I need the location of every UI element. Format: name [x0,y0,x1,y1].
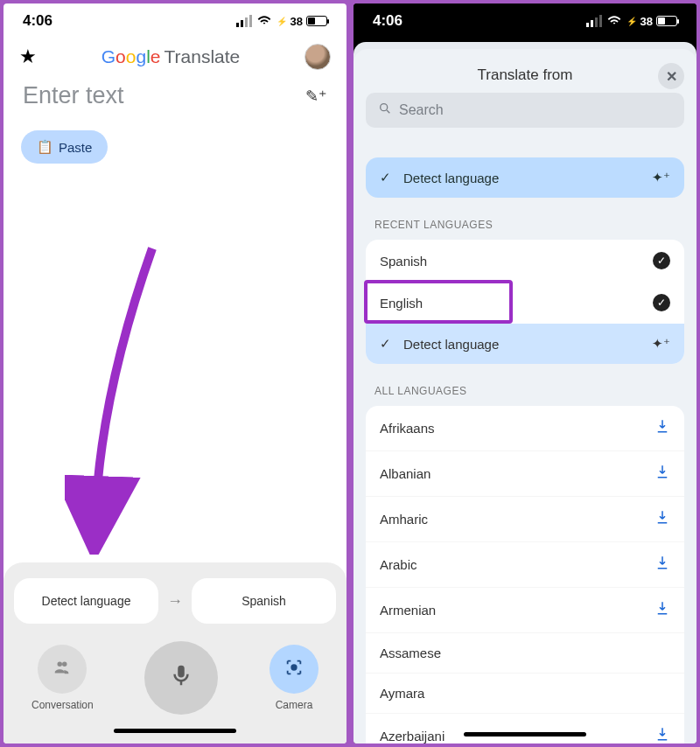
language-name: Arabic [380,557,417,572]
language-name: Assamese [380,646,441,660]
star-icon[interactable]: ★ [19,45,37,68]
screenshot-left: 4:06 ⚡ 38 ★ Google Translate Enter text … [4,3,346,744]
annotation-arrow [65,240,178,555]
sparkle-icon: ✦⁺ [652,170,670,185]
language-row[interactable]: Amharic [366,496,684,541]
app-title: Google Translate [102,46,241,67]
status-bar: 4:06 ⚡ 38 [354,3,696,38]
camera-label: Camera [276,699,313,711]
close-icon: ✕ [666,68,677,85]
google-logo: Google [102,46,161,67]
charging-icon: ⚡ [276,17,287,26]
screenshot-right: 4:06 ⚡ 38 Translate from ✕ Search [354,3,696,744]
status-indicators: ⚡ 38 [236,15,327,28]
language-name: Detect language [403,337,499,352]
search-placeholder: Search [399,102,444,118]
language-name: Armenian [380,603,436,618]
mic-icon [168,662,194,695]
recent-header: RECENT LANGUAGES [354,198,696,240]
download-icon[interactable] [654,726,670,744]
download-icon[interactable] [654,555,670,575]
recent-languages-list: Spanish✓English✓✓Detect language✦⁺ [366,240,684,364]
language-picker-sheet: Translate from ✕ Search ✓ Detect languag… [354,49,696,744]
language-row[interactable]: Albanian [366,450,684,496]
close-button[interactable]: ✕ [658,63,684,89]
search-icon [378,101,392,119]
avatar[interactable] [304,44,331,70]
paste-label: Paste [59,140,92,155]
battery-pct: 38 [640,15,653,28]
charging-icon: ⚡ [626,17,637,26]
download-icon[interactable] [654,464,670,484]
action-row: Conversation Camera [14,624,336,720]
handwriting-icon[interactable]: ✎⁺ [305,87,327,106]
language-row[interactable]: Assamese [366,632,684,673]
bottom-panel: Detect language → Spanish Conversation [4,562,346,744]
conversation-action: Conversation [32,645,94,711]
home-indicator [464,732,586,737]
downloaded-icon: ✓ [653,252,670,269]
signal-icon [236,15,252,27]
language-name: Azerbaijani [380,729,444,744]
svg-point-1 [381,104,388,111]
mic-button[interactable] [144,641,218,715]
language-name: Amharic [380,512,428,527]
all-header: ALL LANGUAGES [354,364,696,406]
text-input[interactable]: Enter text [23,82,124,109]
wifi-icon [257,15,271,28]
battery-icon [656,16,677,26]
text-entry-row: Enter text ✎⁺ [4,73,346,115]
home-indicator [114,729,236,733]
detect-label: Detect language [403,171,499,185]
battery-indicator: ⚡ 38 [276,15,327,28]
recent-language-row[interactable]: ✓Detect language✦⁺ [366,324,684,364]
source-lang-button[interactable]: Detect language [14,578,158,624]
language-row: Detect language → Spanish [14,578,336,624]
camera-action: Camera [270,645,318,711]
language-row[interactable]: Armenian [366,587,684,632]
recent-language-row[interactable]: English✓ [366,282,684,324]
status-bar: 4:06 ⚡ 38 [4,3,346,38]
app-header: ★ Google Translate [4,38,346,73]
status-indicators: ⚡ 38 [586,15,677,28]
camera-icon [284,658,304,681]
language-row[interactable]: Arabic [366,541,684,587]
check-icon: ✓ [380,170,391,185]
detect-language-option[interactable]: ✓ Detect language ✦⁺ [366,157,684,198]
language-name: Aymara [380,686,424,701]
sheet-title: Translate from [478,66,573,84]
language-row[interactable]: Azerbaijani [366,713,684,744]
wifi-icon [607,15,621,28]
language-name: English [380,296,423,311]
brand-suffix: Translate [164,46,241,67]
downloaded-icon: ✓ [653,294,670,311]
battery-pct: 38 [290,15,303,28]
camera-button[interactable] [270,645,318,694]
download-icon[interactable] [654,600,670,620]
target-lang-button[interactable]: Spanish [192,578,336,624]
signal-icon [586,15,602,27]
status-time: 4:06 [23,12,52,30]
download-icon[interactable] [654,418,670,438]
language-name: Albanian [380,466,430,481]
all-languages-list: AfrikaansAlbanianAmharicArabicArmenianAs… [366,406,684,744]
swap-icon[interactable]: → [167,592,183,611]
status-time: 4:06 [373,12,402,30]
conversation-button[interactable] [38,645,87,694]
download-icon[interactable] [654,509,670,529]
battery-icon [306,16,327,26]
language-row[interactable]: Afrikaans [366,406,684,450]
paste-button[interactable]: 📋 Paste [21,130,108,164]
people-icon [52,658,72,681]
paste-icon: 📋 [37,139,53,155]
conversation-label: Conversation [32,699,94,711]
language-name: Spanish [380,254,427,269]
language-name: Afrikaans [380,421,435,436]
search-input[interactable]: Search [366,93,684,128]
sheet-header: Translate from ✕ [354,49,696,93]
svg-point-0 [291,665,297,670]
battery-indicator: ⚡ 38 [626,15,677,28]
language-row[interactable]: Aymara [366,673,684,713]
check-icon: ✓ [380,336,391,352]
recent-language-row[interactable]: Spanish✓ [366,240,684,282]
